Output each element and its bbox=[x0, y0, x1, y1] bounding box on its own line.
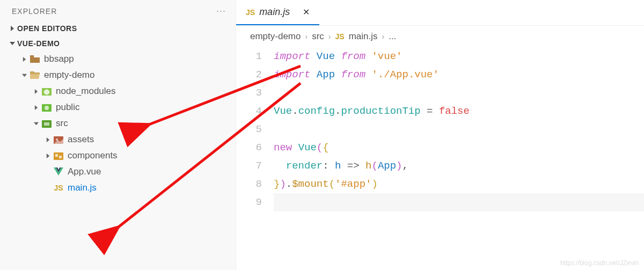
folder-components[interactable]: components bbox=[3, 148, 236, 164]
chevron-right-icon: › bbox=[382, 32, 384, 41]
line-number: 5 bbox=[236, 120, 262, 138]
public-folder-icon bbox=[41, 103, 53, 112]
tab-main-js[interactable]: JS main.js ✕ bbox=[236, 0, 319, 25]
project-section[interactable]: VUE-DEMO bbox=[0, 36, 236, 51]
chevron-down-icon bbox=[19, 71, 29, 79]
svg-rect-9 bbox=[55, 154, 58, 157]
folder-icon bbox=[29, 55, 41, 63]
chevron-right-icon: › bbox=[305, 32, 308, 41]
file-main-js[interactable]: JS main.js bbox=[3, 180, 236, 196]
folder-label: node_modules bbox=[56, 86, 116, 97]
folder-label: empty-demo bbox=[44, 70, 94, 81]
line-number: 7 bbox=[236, 157, 262, 175]
chevron-right-icon bbox=[31, 87, 41, 96]
line-number: 1 bbox=[236, 47, 262, 65]
code-content[interactable]: import Vue from 'vue' import App from '.… bbox=[274, 47, 644, 211]
file-label: App.vue bbox=[68, 166, 101, 177]
file-tree: bbsapp empty-demo node_modules public sr… bbox=[0, 51, 236, 196]
chevron-right-icon bbox=[43, 151, 53, 160]
svg-rect-10 bbox=[59, 156, 62, 158]
svg-rect-5 bbox=[44, 122, 49, 126]
js-file-icon: JS bbox=[246, 8, 255, 17]
breadcrumb-seg[interactable]: empty-demo bbox=[250, 31, 301, 42]
folder-label: bbsapp bbox=[44, 54, 74, 64]
breadcrumb-seg[interactable]: main.js bbox=[349, 31, 378, 42]
chevron-down-icon bbox=[8, 39, 17, 48]
explorer-sidebar: EXPLORER ··· OPEN EDITORS VUE-DEMO bbsap… bbox=[0, 0, 236, 270]
folder-node-modules[interactable]: node_modules bbox=[3, 83, 236, 99]
folder-public[interactable]: public bbox=[3, 99, 236, 115]
line-number: 6 bbox=[236, 138, 262, 157]
js-file-icon: JS bbox=[53, 184, 64, 192]
assets-folder-icon bbox=[53, 135, 64, 144]
line-number: 8 bbox=[236, 175, 262, 193]
folder-bbsapp[interactable]: bbsapp bbox=[3, 51, 236, 67]
svg-rect-0 bbox=[30, 55, 34, 57]
svg-point-7 bbox=[56, 138, 58, 141]
chevron-right-icon bbox=[8, 24, 17, 33]
breadcrumb-seg[interactable]: src bbox=[312, 31, 324, 42]
file-label: main.js bbox=[68, 183, 97, 193]
sidebar-header: EXPLORER ··· bbox=[0, 0, 236, 21]
editor-pane: JS main.js ✕ empty-demo › src › JS main.… bbox=[236, 0, 644, 270]
breadcrumb[interactable]: empty-demo › src › JS main.js › ... bbox=[236, 26, 644, 47]
folder-empty-demo[interactable]: empty-demo bbox=[3, 67, 236, 83]
folder-label: src bbox=[56, 118, 68, 129]
line-number: 3 bbox=[236, 84, 262, 102]
vue-file-icon bbox=[53, 167, 64, 176]
close-icon[interactable]: ✕ bbox=[303, 7, 310, 17]
line-number: 9 bbox=[236, 193, 262, 211]
explorer-title: EXPLORER bbox=[12, 7, 57, 16]
folder-label: public bbox=[56, 102, 79, 113]
line-number: 4 bbox=[236, 102, 262, 120]
code-editor[interactable]: 1 2 3 4 5 6 7 8 9 import Vue from 'vue' … bbox=[236, 47, 644, 211]
folder-label: components bbox=[68, 150, 118, 161]
nodejs-folder-icon bbox=[41, 87, 53, 96]
line-gutter: 1 2 3 4 5 6 7 8 9 bbox=[236, 47, 274, 211]
line-number: 2 bbox=[236, 65, 262, 84]
svg-rect-8 bbox=[54, 152, 63, 160]
chevron-down-icon bbox=[31, 119, 41, 128]
folder-open-icon bbox=[29, 71, 41, 79]
watermark: https://blog.csdn.net/JZevin bbox=[560, 259, 639, 267]
folder-label: assets bbox=[68, 134, 94, 145]
open-editors-label: OPEN EDITORS bbox=[17, 24, 77, 33]
js-file-icon: JS bbox=[335, 32, 345, 41]
open-editors-section[interactable]: OPEN EDITORS bbox=[0, 21, 236, 36]
breadcrumb-seg[interactable]: ... bbox=[389, 31, 396, 42]
tab-bar: JS main.js ✕ bbox=[236, 0, 644, 26]
chevron-right-icon bbox=[19, 55, 29, 63]
folder-src[interactable]: src bbox=[3, 115, 236, 132]
components-folder-icon bbox=[53, 151, 64, 160]
more-icon[interactable]: ··· bbox=[216, 5, 226, 17]
src-folder-icon bbox=[41, 119, 53, 128]
chevron-right-icon bbox=[43, 135, 53, 144]
tab-label: main.js bbox=[259, 6, 290, 18]
chevron-right-icon: › bbox=[328, 32, 331, 41]
file-app-vue[interactable]: App.vue bbox=[3, 164, 236, 180]
chevron-right-icon bbox=[31, 103, 41, 112]
svg-point-3 bbox=[45, 106, 49, 110]
folder-assets[interactable]: assets bbox=[3, 132, 236, 148]
project-label: VUE-DEMO bbox=[17, 39, 60, 48]
